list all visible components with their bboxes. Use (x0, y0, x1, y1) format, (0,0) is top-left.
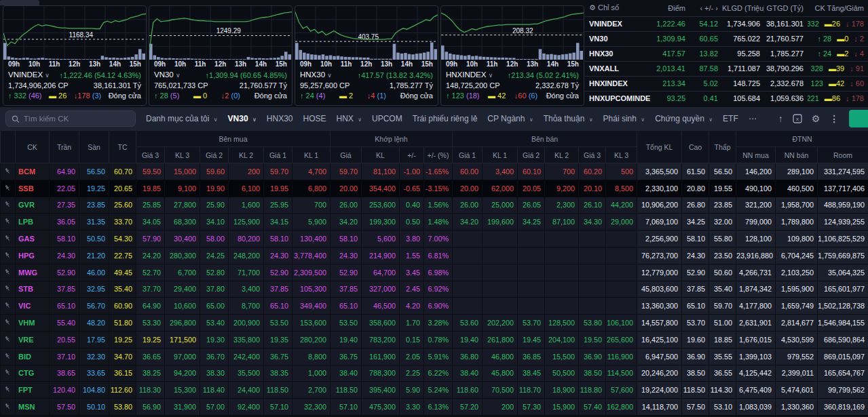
pin-icon[interactable] (1, 348, 16, 365)
change-pct[interactable]: 3.28% (424, 315, 453, 332)
kebab-menu-icon[interactable]: ⋮ (829, 113, 839, 124)
buy-price3[interactable]: 19.85 (136, 180, 165, 197)
match-vol[interactable]: 253,600 (362, 197, 400, 214)
sell-vol3[interactable]: 116,900 (606, 348, 637, 365)
sell-price1[interactable] (453, 281, 483, 298)
sell-vol3[interactable]: 500 (606, 163, 637, 180)
sell-vol2[interactable] (545, 264, 579, 281)
buy-price1[interactable]: 25.95 (264, 197, 293, 214)
table-row-ssb[interactable]: SSB22.0519.2520.6519.859,10019.906,10019… (1, 180, 868, 197)
match-vol[interactable]: 358,600 (362, 315, 400, 332)
sell-vol2[interactable]: 2,300 (545, 197, 579, 214)
match-vol[interactable]: 161,900 (362, 348, 400, 365)
pin-icon[interactable] (1, 382, 16, 399)
sell-vol3[interactable]: 162,800 (606, 399, 637, 416)
change[interactable]: 2.25 (400, 365, 424, 382)
change-pct[interactable]: 6.22% (424, 365, 453, 382)
sell-vol3[interactable]: 44,200 (606, 197, 637, 214)
change-pct[interactable]: 0.78% (424, 331, 453, 348)
sell-vol1[interactable]: 70,500 (483, 382, 518, 399)
buy-vol3[interactable]: 171,500 (165, 331, 200, 348)
table-row-vre[interactable]: VRE20.5517.9519.2519.25171,50019.30335,8… (1, 331, 868, 348)
nav-item-cp-ng-nh[interactable]: CP Ngành ∨ (487, 114, 533, 123)
sell-vol2[interactable]: 50,500 (545, 365, 579, 382)
sell-price2[interactable]: 26.05 (518, 197, 545, 214)
table-row-bid[interactable]: BID37.1032.3034.7036.6597,00036.70242,40… (1, 348, 868, 365)
nav-item-hose[interactable]: HOSE (303, 114, 326, 123)
nav-item-th-a-thu-n[interactable]: Thỏa thuận ∨ (544, 114, 593, 123)
pin-icon[interactable] (1, 247, 16, 264)
pin-icon[interactable] (1, 264, 16, 281)
sell-price1[interactable]: 57.20 (453, 399, 483, 416)
buy-vol1[interactable]: 3,778,400 (293, 247, 331, 264)
col-header-nn-sell[interactable]: NN bán (776, 147, 818, 163)
buy-price1[interactable]: 59.70 (264, 163, 293, 180)
table-row-lpb[interactable]: LPB36.0531.3533.7034.0568,30034.10125,90… (1, 214, 868, 231)
buy-price2[interactable]: 19.30 (200, 331, 229, 348)
sell-vol1[interactable] (483, 281, 518, 298)
table-row-hpg[interactable]: HPG24.3021.2022.7524.20280,30024.25248,2… (1, 247, 868, 264)
match-price[interactable]: 37.85 (331, 281, 362, 298)
sell-price2[interactable] (518, 264, 545, 281)
indices-row-vn30[interactable]: VN30 1,309.94 60.65 765.022 21,760.577 ↑… (585, 31, 868, 46)
match-price[interactable]: 59.70 (331, 163, 362, 180)
chart-index-selector[interactable]: VN30 ∨ (154, 70, 181, 81)
change[interactable]: 3.80 (400, 231, 424, 247)
sell-price2[interactable]: 60.10 (518, 163, 545, 180)
change[interactable]: 0.15 (400, 331, 424, 348)
buy-vol1[interactable]: 4,700 (293, 163, 331, 180)
col-header-room[interactable]: Room (818, 147, 868, 163)
nav-item-hnx[interactable]: HNX ∨ (337, 114, 362, 123)
sell-price2[interactable]: 19.45 (518, 331, 545, 348)
indices-header-name[interactable]: ⚙ Chỉ số (585, 0, 650, 16)
col-header-ck[interactable]: CK (16, 131, 50, 163)
sell-price2[interactable]: 38.45 (518, 365, 545, 382)
sell-price1[interactable]: 19.40 (453, 331, 483, 348)
sell-price2[interactable] (518, 281, 545, 298)
nav-item-upcom[interactable]: UPCOM (372, 114, 402, 123)
buy-vol2[interactable]: 80,200 (229, 231, 264, 247)
buy-price1[interactable]: 38.35 (264, 365, 293, 382)
table-row-gas[interactable]: GAS58.1050.5054.3057.9030,40058.0080,200… (1, 231, 868, 247)
buy-price3[interactable]: 57.90 (136, 231, 165, 247)
match-price[interactable]: 65.10 (331, 298, 362, 315)
pin-icon[interactable] (1, 180, 16, 197)
buy-vol2[interactable]: 6,100 (229, 180, 264, 197)
sell-vol2[interactable] (545, 298, 579, 315)
sell-price1[interactable]: 36.80 (453, 348, 483, 365)
indices-row-hnx30[interactable]: HNX30 417.57 13.82 95.258 1,785.277 ↑ 24… (585, 46, 868, 61)
sell-vol1[interactable]: 3,400 (483, 163, 518, 180)
stock-symbol[interactable]: STB (16, 281, 50, 298)
buy-vol2[interactable]: 1,600 (229, 197, 264, 214)
sell-vol3[interactable] (606, 298, 637, 315)
buy-vol3[interactable]: 30,400 (165, 231, 200, 247)
stock-symbol[interactable]: MSN (16, 399, 50, 416)
buy-price3[interactable]: 34.05 (136, 214, 165, 231)
sell-price3[interactable]: 20.10 (579, 180, 606, 197)
chart-index-selector[interactable]: HNXINDEX ∨ (446, 70, 493, 81)
match-vol[interactable]: 64,700 (362, 264, 400, 281)
sell-price2[interactable]: 34.25 (518, 214, 545, 231)
match-vol[interactable]: 46,500 (362, 298, 400, 315)
sell-vol3[interactable]: 106,100 (606, 315, 637, 332)
sell-vol3[interactable] (606, 264, 637, 281)
sell-vol2[interactable] (545, 281, 579, 298)
pin-icon[interactable] (1, 214, 16, 231)
change-pct[interactable]: 7.00% (424, 231, 453, 247)
search-box[interactable] (5, 111, 136, 127)
buy-vol1[interactable]: 130,400 (293, 231, 331, 247)
sell-price3[interactable] (579, 298, 606, 315)
sell-price2[interactable] (518, 247, 545, 264)
change-pct[interactable]: 6.81% (424, 247, 453, 264)
buy-price2[interactable]: 53.40 (200, 315, 229, 332)
buy-vol2[interactable]: 24,400 (229, 382, 264, 399)
table-row-stb[interactable]: STB37.8532.9535.4037.7029,40037.803,4003… (1, 281, 868, 298)
change-pct[interactable]: 6.90% (424, 298, 453, 315)
nav-item-hnx30[interactable]: HNX30 (267, 114, 293, 123)
col-header-sell-price3[interactable]: Giá 3 (579, 147, 606, 163)
sell-vol1[interactable] (483, 231, 518, 247)
buy-price2[interactable]: 34.10 (200, 214, 229, 231)
sell-price3[interactable]: 19.50 (579, 331, 606, 348)
stock-symbol[interactable]: BCM (16, 163, 50, 180)
buy-vol3[interactable]: 9,100 (165, 180, 200, 197)
